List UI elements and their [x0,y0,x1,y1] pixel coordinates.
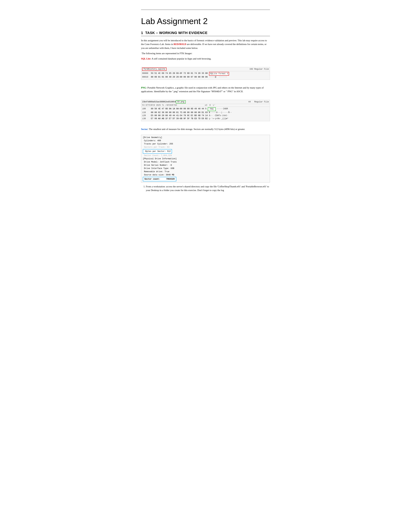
sector-physical-3: Drive Serial Number: ·0 [143,164,268,167]
sqlite-ftk-block: formhistory.sqlite 192 Regular File 0000… [141,67,270,80]
sector-physical-1: [Physical Drive Information] [143,157,268,161]
sqlite-row-2: 00010 80 00 01 01 00 40 20 20-00 00 00 0… [142,76,269,79]
png-subheader: F4 077C3FC9 2025 7L /4FC93F703 o3 D L' [141,104,270,107]
sector-physical-6: Source data size: 3840 MB [143,173,268,177]
instruction-list: From a workstation: access the server's … [146,185,270,192]
png-filename: 33.png [176,100,186,104]
png-label: PNG [141,86,146,89]
sector-count-box: Sector count: 7864320 [143,177,176,181]
sqlite-fileinfo: 192 Regular File [250,68,269,70]
section-title-text: Task – Working with evidence [145,31,207,35]
png-ascii-highlighted: ·PNG· [208,107,216,111]
png-row-4: i30 E7 99 A8 AB 1F E7 D7 39-6B 9F 5F 7B … [142,117,269,120]
png-header-row: 23b47d089a015ae389862ed51085433.png 44 R… [141,100,270,104]
ftk-line: The following items are represented in F… [141,52,270,55]
sector-block: [Drive Geometry] Cylinders: 489 Tracks p… [141,135,270,182]
sqlite-ascii-highlighted: SQLite format 3 [209,72,229,76]
sqlite-label: SQL Lite [141,57,150,60]
png-ftk-block: 23b47d089a015ae389862ed51085433.png 44 R… [141,100,270,121]
sector-physical-4: Drive Interface Type: USB [143,167,268,170]
sector-count-label: Sector count: [144,178,160,180]
section-number: 1 [141,31,143,35]
png-hex-rows: i00 89 50 4E 47 0D 0A 1A 0A-00 00 00 0D … [141,107,270,121]
sqlite-row-1: 00000 53 51 4C 69 74 65 20 66-6F 72 6D 6… [142,72,269,76]
instruction-item-1: From a workstation: access the server's … [146,185,270,192]
png-row-3: i20 E5 00 00 20 00 49 44 41-54 78 9C EC … [142,114,269,117]
sector-label: Sector [141,128,148,130]
bytes-per-sector-highlight: Bytes per Sector: 512 [143,149,172,154]
sector-physical-5: Removable drive: True [143,170,268,173]
png-row-2: i10 00 00 02 30 00 00 00 01 7C-08 06 00 … [142,111,269,114]
red-bold-deliverable: RED/BOLD [174,43,186,46]
sector-line-4: Sectors per Track: 63 [143,146,268,149]
png-filename-prefix: 23b47d089a015ae389862ed510854 [142,101,176,103]
sector-physical-2: Drive Model: JetFlash Trans [143,161,268,164]
section1-title: 1 Task – Working with evidence [141,31,270,36]
sector-description: Sector: The smallest unit of measure for… [141,127,270,131]
sector-bytes-line: Bytes per Sector: 512 [143,149,268,154]
png-row-1: i00 89 50 4E 47 0D 0A 1A 0A-00 00 00 0D … [142,107,269,111]
png-fileinfo: 44 Regular File [248,101,269,103]
sector-line-2: Cylinders: 489 [143,139,268,142]
intro-paragraph: In this assignment you will be introduce… [141,39,270,50]
sqlite-filename: formhistory.sqlite [142,67,167,71]
sqlite-hex-rows: 00000 53 51 4C 69 74 65 20 66-6F 72 6D 6… [141,71,270,80]
sector-count-box-line: Sector count: 7864320 [143,177,268,181]
png-description: PNG: Portable Network Graphics, a graphi… [141,86,270,94]
sqlite-header-row: formhistory.sqlite 192 Regular File [141,67,270,71]
sector-line-1: [Drive Geometry] [143,136,268,139]
sqlite-description: SQL Lite: A self contained database popu… [141,57,270,61]
sector-line-3: Tracks per Cylinder: 255 [143,142,268,146]
main-title: Lab Assignment 2 [141,16,270,26]
sector-count-value: 7864320 [166,178,175,180]
sector-count-line-partial: Sector Count: 7,864,329 [143,154,268,157]
